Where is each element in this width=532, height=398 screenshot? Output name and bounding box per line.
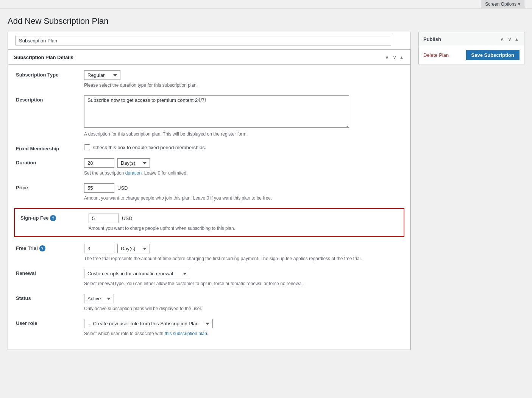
user-role-select[interactable]: ... Create new user role from this Subsc… (84, 319, 213, 328)
user-role-hint: Select which user role to associate with… (84, 330, 403, 337)
status-control: Active Inactive Only active subscription… (84, 294, 403, 312)
publish-panel-title: Publish (423, 36, 441, 42)
price-control: USD Amount you want to charge people who… (84, 183, 403, 201)
free-trial-group: Day(s) Week(s) Month(s) Year(s) (84, 244, 403, 253)
publish-header-controls: ∧ ∨ ▴ (499, 35, 520, 43)
signup-fee-help-icon[interactable]: ? (50, 215, 56, 221)
publish-panel: Publish ∧ ∨ ▴ Delete Plan Save Subscript… (418, 32, 524, 64)
duration-input[interactable] (84, 158, 114, 168)
renewal-control: Customer opts in for automatic renewal F… (84, 269, 403, 287)
publish-collapse-up-button[interactable]: ∧ (499, 35, 505, 43)
subscription-plan-details-panel: Subscription Plan Details ∧ ∨ ▴ Subscrip… (8, 50, 410, 350)
free-trial-row: Free Trial ? Day(s) Week(s) Month(s) Yea… (16, 244, 403, 262)
fixed-membership-row: Fixed Membership Check this box to enabl… (16, 144, 403, 151)
duration-hint: Set the subscription duration. Leave 0 f… (84, 170, 403, 176)
description-label: Description (16, 95, 76, 103)
duration-unit-select[interactable]: Day(s) Week(s) Month(s) Year(s) (117, 158, 150, 168)
subscription-type-label: Subscription Type (16, 70, 76, 78)
fixed-membership-checkbox-text: Check this box to enable fixed period me… (93, 145, 206, 150)
user-role-control: ... Create new user role from this Subsc… (84, 319, 403, 337)
signup-fee-control: USD Amount you want to charge people upf… (89, 214, 398, 232)
publish-panel-header: Publish ∧ ∨ ▴ (419, 32, 524, 46)
free-trial-unit-select[interactable]: Day(s) Week(s) Month(s) Year(s) (117, 244, 150, 253)
description-row: Description Subscribe now to get access … (16, 95, 403, 137)
panel-header-controls: ∧ ∨ ▴ (384, 54, 404, 61)
price-hint: Amount you want to charge people who joi… (84, 195, 403, 201)
user-role-link[interactable]: this subscription plan (165, 331, 207, 336)
user-role-label: User role (16, 319, 76, 326)
publish-panel-body: Delete Plan Save Subscription (419, 46, 524, 64)
page-title: Add New Subscription Plan (0, 9, 532, 32)
status-row: Status Active Inactive Only active subsc… (16, 294, 403, 312)
publish-collapse-down-button[interactable]: ∨ (506, 35, 513, 43)
price-group: USD (84, 183, 403, 193)
price-label: Price (16, 183, 76, 190)
free-trial-input[interactable] (84, 244, 114, 253)
left-column: Subscription Plan Details ∧ ∨ ▴ Subscrip… (8, 32, 411, 350)
signup-fee-row: Sign-up Fee ? USD Amount you want to cha… (14, 208, 404, 237)
price-row: Price USD Amount you want to charge peop… (16, 183, 403, 201)
free-trial-control: Day(s) Week(s) Month(s) Year(s) The free… (84, 244, 403, 262)
signup-fee-currency: USD (122, 215, 132, 221)
renewal-hint: Select renewal type. You can either allo… (84, 280, 403, 287)
fixed-membership-label: Fixed Membership (16, 144, 76, 151)
signup-fee-hint: Amount you want to charge people upfront… (89, 225, 398, 232)
publish-fullscreen-button[interactable]: ▴ (514, 35, 520, 43)
save-subscription-button[interactable]: Save Subscription (466, 50, 520, 60)
status-label: Status (16, 294, 76, 301)
signup-fee-input[interactable] (89, 214, 119, 223)
panel-collapse-down-button[interactable]: ∨ (391, 54, 398, 61)
delete-plan-link[interactable]: Delete Plan (423, 52, 449, 58)
description-control: Subscribe now to get access to premium c… (84, 95, 403, 137)
price-currency: USD (117, 185, 128, 191)
user-role-row: User role ... Create new user role from … (16, 319, 403, 337)
panel-fullscreen-button[interactable]: ▴ (399, 54, 404, 61)
signup-fee-label: Sign-up Fee ? (20, 214, 81, 221)
price-input[interactable] (84, 183, 114, 193)
title-row (8, 32, 410, 50)
renewal-label: Renewal (16, 269, 76, 276)
screen-options-chevron: ▾ (518, 2, 520, 7)
subscription-type-row: Subscription Type Regular Sequential Dri… (16, 70, 403, 89)
duration-group: Day(s) Week(s) Month(s) Year(s) (84, 158, 403, 168)
status-select[interactable]: Active Inactive (84, 294, 114, 303)
fixed-membership-checkbox-wrap: Check this box to enable fixed period me… (84, 144, 403, 150)
right-column: Publish ∧ ∨ ▴ Delete Plan Save Subscript… (418, 32, 524, 64)
fixed-membership-checkbox[interactable] (84, 144, 90, 150)
subscription-type-control: Regular Sequential Dripped Please select… (84, 70, 403, 89)
subscription-type-select[interactable]: Regular Sequential Dripped (84, 70, 120, 80)
signup-fee-group: USD (89, 214, 398, 223)
panel-header-title: Subscription Plan Details (14, 55, 73, 60)
renewal-select[interactable]: Customer opts in for automatic renewal F… (84, 269, 190, 278)
duration-row: Duration Day(s) Week(s) Month(s) Year(s) (16, 158, 403, 176)
free-trial-help-icon[interactable]: ? (39, 245, 45, 251)
status-hint: Only active subscription plans will be d… (84, 305, 403, 312)
main-layout: Subscription Plan Details ∧ ∨ ▴ Subscrip… (0, 32, 532, 358)
screen-options-label: Screen Options (485, 2, 516, 7)
subscription-plan-title-input[interactable] (16, 36, 391, 45)
description-hint: A description for this subscription plan… (84, 131, 403, 137)
duration-link[interactable]: duration (125, 170, 142, 176)
duration-label: Duration (16, 158, 76, 165)
panel-collapse-up-button[interactable]: ∧ (384, 54, 390, 61)
top-bar: Screen Options ▾ (0, 0, 532, 9)
subscription-type-hint: Please select the duration type for this… (84, 82, 403, 89)
panel-header: Subscription Plan Details ∧ ∨ ▴ (8, 50, 410, 65)
duration-control: Day(s) Week(s) Month(s) Year(s) Set the … (84, 158, 403, 176)
renewal-row: Renewal Customer opts in for automatic r… (16, 269, 403, 287)
screen-options-button[interactable]: Screen Options ▾ (481, 0, 524, 8)
price-hint-zero: 0 (207, 195, 209, 201)
description-textarea[interactable]: Subscribe now to get access to premium c… (84, 95, 349, 128)
free-trial-label: Free Trial ? (16, 244, 76, 251)
panel-body: Subscription Type Regular Sequential Dri… (8, 65, 410, 350)
free-trial-hint: The free trial represents the amount of … (84, 255, 403, 262)
fixed-membership-control: Check this box to enable fixed period me… (84, 144, 403, 150)
